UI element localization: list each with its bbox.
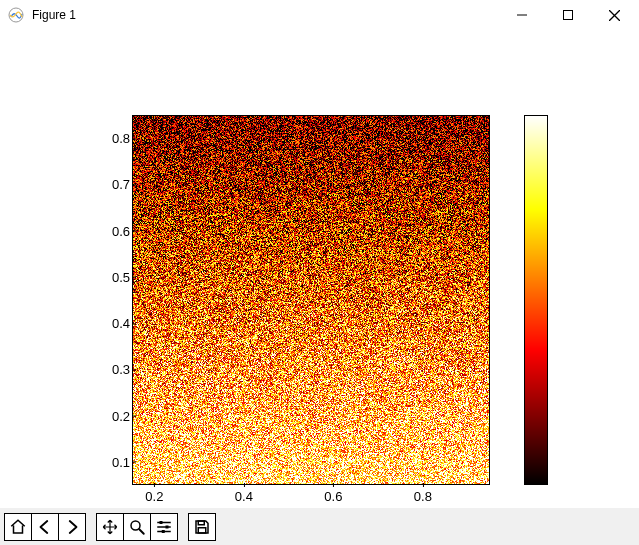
home-button[interactable] [4, 513, 32, 541]
matplotlib-toolbar [0, 508, 639, 545]
window-maximize-button[interactable] [545, 0, 591, 30]
heatmap-image [132, 115, 490, 485]
back-button[interactable] [31, 513, 59, 541]
svg-rect-3 [160, 521, 163, 524]
window-title: Figure 1 [32, 8, 76, 22]
y-tick-label: 0.3 [112, 362, 130, 377]
colorbar-gradient [524, 115, 548, 485]
x-tick-label: 0.6 [324, 489, 342, 504]
figure-canvas-area: 0.10.20.30.40.50.60.70.80.20.40.60.8 [0, 30, 639, 508]
zoom-button[interactable] [123, 513, 151, 541]
app-icon [8, 7, 24, 23]
window-close-button[interactable] [591, 0, 637, 30]
window-minimize-button[interactable] [499, 0, 545, 30]
y-tick-label: 0.6 [112, 223, 130, 238]
y-tick-label: 0.4 [112, 316, 130, 331]
y-tick-label: 0.2 [112, 408, 130, 423]
svg-rect-4 [166, 525, 169, 528]
svg-rect-5 [162, 530, 165, 533]
forward-button[interactable] [58, 513, 86, 541]
svg-rect-1 [564, 11, 573, 20]
colorbar [524, 115, 548, 485]
x-tick-label: 0.2 [145, 489, 163, 504]
window-titlebar: Figure 1 [0, 0, 639, 30]
x-tick-label: 0.4 [235, 489, 253, 504]
pan-button[interactable] [96, 513, 124, 541]
save-button[interactable] [188, 513, 216, 541]
svg-rect-7 [198, 527, 206, 532]
configure-subplots-button[interactable] [150, 513, 178, 541]
y-tick-label: 0.7 [112, 177, 130, 192]
x-tick-label: 0.8 [414, 489, 432, 504]
y-tick-label: 0.8 [112, 131, 130, 146]
y-tick-label: 0.5 [112, 269, 130, 284]
y-tick-label: 0.1 [112, 454, 130, 469]
svg-rect-6 [198, 521, 204, 525]
heatmap-axes[interactable]: 0.10.20.30.40.50.60.70.80.20.40.60.8 [132, 115, 490, 485]
